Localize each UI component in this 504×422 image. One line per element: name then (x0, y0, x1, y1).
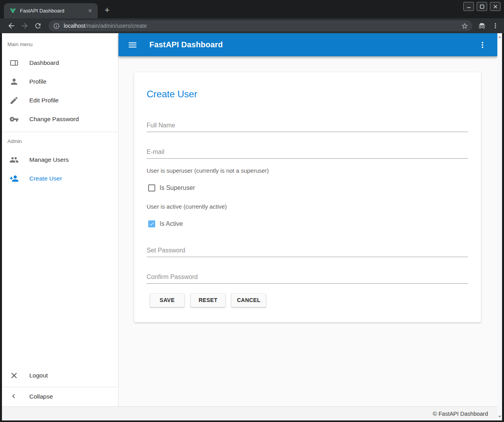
sidebar-item-label: Profile (29, 78, 47, 85)
people-icon (9, 155, 19, 165)
site-info-icon[interactable] (53, 23, 60, 29)
dashboard-icon (9, 58, 19, 68)
minimize-button[interactable] (463, 2, 474, 11)
close-window-button[interactable] (490, 2, 500, 11)
browser-tab[interactable]: FastAPI Dashboard ✕ (4, 3, 98, 18)
footer-copyright: © FastAPI Dashboard (433, 411, 488, 417)
scroll-up-icon[interactable] (498, 36, 501, 38)
active-hint: User is active (currently active) (147, 203, 227, 210)
page-title: Create User (147, 89, 197, 100)
sidebar-item-label: Dashboard (29, 59, 59, 66)
sidebar-item-label: Manage Users (29, 156, 69, 163)
sidebar-item-label: Change Password (29, 116, 79, 123)
hamburger-menu-icon[interactable] (127, 40, 138, 50)
person-add-icon (9, 174, 19, 183)
back-icon[interactable] (5, 20, 18, 32)
page-scrollbar[interactable] (497, 33, 502, 420)
reload-icon[interactable] (31, 20, 45, 32)
app-menu-kebab-icon[interactable] (478, 40, 487, 50)
sidebar-item-change-password[interactable]: Change Password (2, 110, 118, 129)
email-input[interactable] (147, 146, 468, 159)
close-icon (9, 371, 19, 380)
confirm-password-field-wrap (147, 271, 468, 284)
tab-bar: FastAPI Dashboard ✕ + (0, 0, 504, 18)
full-name-field-wrap (147, 119, 468, 132)
active-checkbox[interactable] (148, 220, 155, 227)
tab-title: FastAPI Dashboard (20, 8, 86, 14)
address-bar[interactable]: localhost/main/admin/users/create (48, 20, 472, 31)
app-title: FastAPI Dashboard (149, 40, 223, 49)
full-name-input[interactable] (147, 119, 468, 132)
window-controls (463, 2, 500, 11)
pencil-icon (9, 96, 19, 105)
browser-toolbar: localhost/main/admin/users/create (0, 18, 504, 33)
sidebar-item-edit-profile[interactable]: Edit Profile (2, 91, 118, 110)
superuser-checkbox-label: Is Superuser (160, 184, 195, 191)
email-field-wrap (147, 146, 468, 159)
browser-window: FastAPI Dashboard ✕ + (0, 0, 504, 422)
sidebar-item-collapse[interactable]: Collapse (2, 387, 118, 406)
footer: © FastAPI Dashboard (2, 406, 497, 420)
toolbar-right (478, 22, 499, 30)
incognito-icon (478, 22, 486, 30)
cancel-button[interactable]: CANCEL (231, 293, 266, 307)
app-bar: FastAPI Dashboard (118, 33, 497, 56)
sidebar-item-manage-users[interactable]: Manage Users (2, 150, 118, 169)
bookmark-star-icon[interactable] (461, 22, 468, 30)
sidebar-item-label: Edit Profile (29, 97, 59, 104)
sidebar-divider (2, 132, 118, 132)
sidebar-item-profile[interactable]: Profile (2, 72, 118, 91)
sidebar-item-dashboard[interactable]: Dashboard (2, 54, 118, 72)
url-host: localhost (64, 23, 85, 29)
sidebar-item-label: Collapse (29, 393, 53, 400)
tab-close-icon[interactable]: ✕ (86, 7, 94, 14)
browser-menu-icon[interactable] (491, 22, 499, 30)
sidebar-item-label: Create User (29, 175, 62, 182)
create-user-card: Create User User is superuser (currently… (134, 72, 481, 322)
set-password-field-wrap (147, 244, 468, 257)
url-path: /main/admin/users/create (85, 23, 147, 29)
new-tab-button[interactable]: + (102, 5, 113, 16)
maximize-button[interactable] (477, 2, 487, 11)
reset-button[interactable]: RESET (190, 293, 226, 307)
sidebar-item-logout[interactable]: Logout (2, 366, 118, 385)
chevron-left-icon (9, 392, 19, 401)
superuser-checkbox[interactable] (148, 184, 155, 191)
set-password-input[interactable] (147, 244, 468, 257)
active-checkbox-row[interactable]: Is Active (148, 220, 183, 228)
person-icon (9, 77, 19, 86)
sidebar-section-main-menu: Main menu (7, 41, 32, 47)
form-buttons: SAVE RESET CANCEL (150, 293, 266, 307)
save-button[interactable]: SAVE (150, 293, 185, 307)
confirm-password-input[interactable] (147, 271, 468, 284)
sidebar-item-label: Logout (29, 372, 48, 379)
url-text: localhost/main/admin/users/create (64, 23, 461, 29)
sidebar-section-admin: Admin (7, 138, 22, 144)
scroll-down-icon[interactable] (498, 416, 501, 418)
active-checkbox-label: Is Active (160, 220, 183, 227)
key-icon (9, 114, 19, 124)
sidebar: Main menu Dashboard Profile Edit Profile… (2, 33, 118, 406)
forward-icon[interactable] (18, 20, 31, 32)
vue-favicon-icon (9, 7, 16, 14)
superuser-checkbox-row[interactable]: Is Superuser (148, 184, 195, 192)
sidebar-item-create-user[interactable]: Create User (2, 169, 118, 188)
superuser-hint: User is superuser (currently is not a su… (147, 167, 269, 174)
